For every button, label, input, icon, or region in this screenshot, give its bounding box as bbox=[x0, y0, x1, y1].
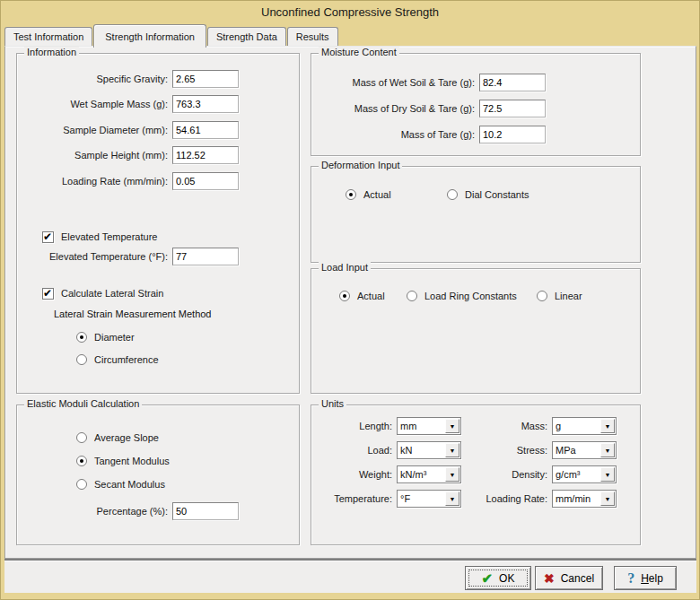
help-question-icon: ? bbox=[627, 570, 634, 587]
tab-bar: Test Information Strength Information St… bbox=[4, 25, 339, 46]
help-button-label: Help bbox=[641, 572, 663, 585]
load-input-group: Load Input Actual Load Ring Constants Li… bbox=[311, 268, 641, 394]
sample-height-input[interactable] bbox=[172, 146, 239, 164]
length-unit-select[interactable]: mm ▼ bbox=[397, 417, 461, 435]
mass-tare-input[interactable] bbox=[479, 126, 546, 143]
secant-modulus-radio[interactable] bbox=[76, 479, 87, 490]
elevated-temperature-option[interactable]: Elevated Temperature bbox=[42, 228, 157, 246]
diameter-radio-label: Diameter bbox=[94, 332, 135, 343]
load-actual-option[interactable]: Actual bbox=[339, 287, 385, 305]
mass-unit-select[interactable]: g ▼ bbox=[552, 417, 617, 435]
calculate-lateral-strain-checkbox[interactable] bbox=[42, 288, 54, 300]
percentage-input[interactable] bbox=[172, 502, 239, 520]
secant-modulus-radio-label: Secant Modulus bbox=[94, 479, 165, 490]
calculate-lateral-strain-option[interactable]: Calculate Lateral Strain bbox=[42, 284, 163, 302]
secant-modulus-option[interactable]: Secant Modulus bbox=[76, 475, 165, 493]
tangent-modulus-option[interactable]: Tangent Modulus bbox=[76, 452, 170, 470]
percentage-label: Percentage (%): bbox=[19, 506, 168, 517]
calculate-lateral-strain-checkbox-label: Calculate Lateral Strain bbox=[61, 288, 163, 299]
dropdown-arrow-icon: ▼ bbox=[450, 448, 456, 454]
elastic-moduli-group: Elastic Moduli Calculation Average Slope… bbox=[16, 404, 300, 545]
tangent-modulus-radio[interactable] bbox=[76, 456, 87, 466]
cancel-button-label: Cancel bbox=[561, 572, 594, 585]
dial-constants-option[interactable]: Dial Constants bbox=[447, 186, 529, 204]
information-legend: Information bbox=[24, 47, 79, 57]
temperature-unit-select[interactable]: °F ▼ bbox=[397, 490, 461, 508]
load-unit-select[interactable]: kN ▼ bbox=[397, 441, 461, 459]
help-button[interactable]: ? Help bbox=[614, 566, 677, 590]
dropdown-arrow-icon: ▼ bbox=[450, 472, 456, 478]
dropdown-arrow-icon: ▼ bbox=[450, 496, 456, 502]
sample-diameter-label: Sample Diameter (mm): bbox=[19, 125, 168, 135]
elevated-temperature-checkbox[interactable] bbox=[42, 231, 54, 243]
circumference-option[interactable]: Circumference bbox=[76, 351, 159, 369]
average-slope-radio-label: Average Slope bbox=[94, 432, 159, 443]
lateral-strain-method-heading: Lateral Strain Measurement Method bbox=[54, 309, 211, 319]
mass-dry-soil-tare-input[interactable] bbox=[479, 100, 546, 117]
load-unit-value: kN bbox=[400, 445, 412, 456]
deformation-input-legend: Deformation Input bbox=[319, 160, 402, 170]
average-slope-radio[interactable] bbox=[76, 432, 87, 443]
stress-unit-label: Stress: bbox=[468, 445, 547, 456]
elevated-temperature-f-input[interactable] bbox=[172, 248, 239, 265]
loading-rate-label: Loading Rate (mm/min): bbox=[19, 176, 168, 187]
dropdown-arrow-icon: ▼ bbox=[450, 423, 456, 430]
button-bar: ✔ OK ✖ Cancel ? Help bbox=[4, 559, 696, 593]
deformation-actual-radio-label: Actual bbox=[363, 189, 391, 200]
elevated-temperature-checkbox-label: Elevated Temperature bbox=[61, 231, 157, 242]
weight-unit-label: Weight: bbox=[313, 469, 392, 480]
weight-unit-select[interactable]: kN/m³ ▼ bbox=[397, 465, 461, 483]
diameter-option[interactable]: Diameter bbox=[76, 328, 135, 346]
length-unit-label: Length: bbox=[313, 421, 392, 431]
stress-unit-select[interactable]: MPa ▼ bbox=[552, 441, 617, 459]
load-ring-constants-radio-label: Load Ring Constants bbox=[424, 291, 517, 301]
moisture-content-legend: Moisture Content bbox=[319, 47, 399, 57]
loading-rate-unit-value: mm/min bbox=[556, 493, 591, 504]
circumference-radio[interactable] bbox=[76, 354, 87, 365]
wet-sample-mass-label: Wet Sample Mass (g): bbox=[19, 99, 168, 109]
linear-option[interactable]: Linear bbox=[537, 287, 582, 305]
dropdown-arrow-icon: ▼ bbox=[605, 423, 611, 430]
load-ring-constants-radio[interactable] bbox=[407, 291, 417, 301]
tab-panel: Information Specific Gravity: Wet Sample… bbox=[4, 46, 696, 559]
dial-constants-radio[interactable] bbox=[447, 189, 458, 200]
tangent-modulus-radio-label: Tangent Modulus bbox=[94, 456, 170, 466]
elastic-moduli-legend: Elastic Moduli Calculation bbox=[24, 398, 142, 409]
load-ring-constants-option[interactable]: Load Ring Constants bbox=[407, 287, 517, 305]
diameter-radio[interactable] bbox=[76, 332, 87, 343]
temperature-unit-label: Temperature: bbox=[313, 493, 392, 504]
average-slope-option[interactable]: Average Slope bbox=[76, 429, 159, 447]
ok-button-label: OK bbox=[499, 572, 514, 585]
tab-strength-information[interactable]: Strength Information bbox=[93, 24, 206, 48]
load-actual-radio-label: Actual bbox=[357, 291, 385, 301]
load-input-legend: Load Input bbox=[319, 262, 371, 273]
linear-radio[interactable] bbox=[537, 291, 547, 301]
wet-sample-mass-input[interactable] bbox=[172, 95, 239, 113]
moisture-content-group: Moisture Content Mass of Wet Soil & Tare… bbox=[311, 53, 641, 156]
dial-constants-radio-label: Dial Constants bbox=[465, 189, 529, 200]
elevated-temperature-f-label: Elevated Temperature (°F): bbox=[19, 251, 168, 262]
load-actual-radio[interactable] bbox=[339, 291, 350, 301]
tab-test-information[interactable]: Test Information bbox=[4, 27, 92, 46]
density-unit-label: Density: bbox=[468, 469, 547, 480]
sample-diameter-input[interactable] bbox=[172, 121, 239, 139]
specific-gravity-label: Specific Gravity: bbox=[19, 74, 168, 84]
mass-wet-soil-tare-label: Mass of Wet Soil & Tare (g): bbox=[313, 77, 475, 88]
length-unit-value: mm bbox=[400, 421, 416, 431]
tab-strength-data[interactable]: Strength Data bbox=[207, 27, 286, 46]
loading-rate-input[interactable] bbox=[172, 172, 239, 190]
mass-wet-soil-tare-input[interactable] bbox=[479, 74, 546, 91]
cancel-button[interactable]: ✖ Cancel bbox=[535, 566, 603, 590]
loading-rate-unit-select[interactable]: mm/min ▼ bbox=[552, 490, 617, 508]
stress-unit-value: MPa bbox=[556, 445, 576, 456]
deformation-actual-radio[interactable] bbox=[346, 189, 356, 200]
density-unit-value: g/cm³ bbox=[556, 469, 581, 480]
density-unit-select[interactable]: g/cm³ ▼ bbox=[552, 465, 617, 483]
deformation-actual-option[interactable]: Actual bbox=[346, 186, 391, 204]
ok-check-icon: ✔ bbox=[482, 570, 494, 587]
dialog-window: Unconfined Compressive Strength Test Inf… bbox=[0, 0, 700, 600]
specific-gravity-input[interactable] bbox=[172, 70, 239, 88]
tab-results[interactable]: Results bbox=[287, 27, 338, 46]
ok-button[interactable]: ✔ OK bbox=[465, 566, 531, 590]
units-group: Units Length: mm ▼ Load: kN ▼ Weight: kN… bbox=[311, 404, 641, 545]
